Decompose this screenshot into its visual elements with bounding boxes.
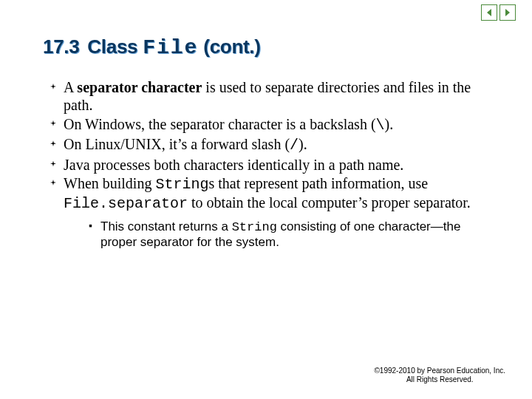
slide-content: 17.3 Class File (cont.) A separator char…	[0, 0, 532, 250]
text: s that represent path information, use	[208, 175, 428, 191]
arrow-left-icon	[484, 7, 494, 18]
text-code: String	[232, 220, 277, 234]
text: A	[64, 79, 77, 95]
list-item: Java processes both characters identical…	[52, 156, 499, 174]
text-code: String	[155, 176, 208, 193]
text-code: /	[290, 137, 299, 154]
list-item: A separator character is used to separat…	[52, 78, 499, 115]
arrow-right-icon	[502, 7, 513, 18]
list-item: On Windows, the separator character is a…	[52, 115, 499, 134]
text: Java processes both characters identical…	[64, 157, 403, 173]
heading-file: File	[143, 36, 198, 59]
text-code: \	[376, 117, 385, 134]
list-item: This constant returns a String consistin…	[90, 219, 499, 250]
copyright-line1: ©1992-2010 by Pearson Education, Inc.	[375, 366, 506, 375]
text: On Linux/UNIX, it’s a forward slash (	[64, 136, 290, 152]
text: ).	[299, 136, 307, 152]
svg-marker-1	[505, 9, 510, 16]
text-bold: separator character	[77, 79, 202, 95]
copyright-line2: All Rights Reserved.	[375, 375, 506, 384]
text: ).	[385, 116, 394, 132]
bullet-list: A separator character is used to separat…	[43, 78, 499, 250]
heading-number: 17.3	[43, 35, 79, 58]
text: This constant returns a	[100, 219, 232, 233]
heading-cont: (cont.)	[203, 35, 260, 58]
sub-list: This constant returns a String consistin…	[64, 219, 499, 250]
nav-controls	[481, 4, 516, 21]
copyright-footer: ©1992-2010 by Pearson Education, Inc. Al…	[375, 366, 506, 384]
svg-marker-0	[487, 9, 491, 16]
text: to obtain the local computer’s proper se…	[188, 194, 471, 211]
heading-class: Class	[87, 35, 137, 58]
list-item: On Linux/UNIX, it’s a forward slash (/).	[52, 135, 499, 154]
slide-heading: 17.3 Class File (cont.)	[43, 35, 499, 59]
text: On Windows, the separator character is a…	[64, 116, 376, 132]
next-slide-button[interactable]	[499, 4, 516, 21]
list-item: When building Strings that represent pat…	[52, 174, 499, 250]
text: When building	[64, 175, 155, 191]
prev-slide-button[interactable]	[481, 4, 497, 21]
text-code: File.separator	[64, 195, 188, 212]
